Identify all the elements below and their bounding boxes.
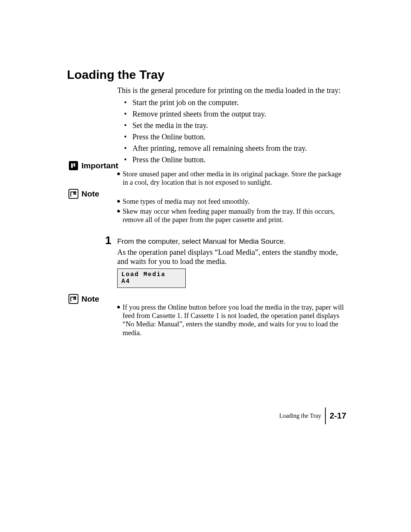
list-item: Start the print job on the computer. — [124, 98, 307, 107]
note-callout: Note — [68, 294, 99, 304]
list-item: Press the Online button. — [124, 133, 307, 141]
footer-title: Loading the Tray — [279, 412, 325, 419]
section-heading: Loading the Tray — [67, 68, 164, 82]
note-icon — [68, 294, 78, 304]
page-footer: Loading the Tray 2-17 — [279, 407, 346, 424]
note-callout: Note — [68, 189, 99, 199]
page-number: 2-17 — [330, 411, 346, 421]
page: Loading the Tray This is the general pro… — [0, 0, 411, 532]
list-item: Set the media in the tray. — [124, 121, 307, 130]
list-item: Skew may occur when feeding paper manual… — [117, 207, 346, 224]
note-icon — [68, 189, 78, 199]
step-title: From the computer, select Manual for Med… — [117, 237, 285, 246]
step-body: As the operation panel displays “Load Me… — [117, 248, 342, 266]
list-item: Some types of media may not feed smoothl… — [117, 197, 346, 206]
important-label-text: Important — [81, 161, 118, 170]
note-items: Some types of media may not feed smoothl… — [117, 197, 346, 226]
list-item: Remove printed sheets from the output tr… — [124, 110, 307, 118]
list-item: After printing, remove all remaining she… — [124, 144, 307, 153]
important-icon — [68, 161, 78, 171]
note-label-text: Note — [81, 294, 99, 304]
list-item: Press the Online button. — [124, 155, 307, 164]
list-item: If you press the Online button before yo… — [117, 303, 346, 337]
list-item: Store unused paper and other media in it… — [117, 170, 346, 187]
important-items: Store unused paper and other media in it… — [117, 170, 346, 188]
intro-text: This is the general procedure for printi… — [117, 86, 341, 95]
important-callout: Important — [68, 161, 118, 171]
note-items: If you press the Online button before yo… — [117, 303, 346, 339]
step-number: 1 — [105, 234, 112, 247]
footer-separator — [325, 407, 326, 424]
procedure-list: Start the print job on the computer. Rem… — [124, 98, 307, 167]
lcd-display: Load Media A4 — [117, 268, 186, 288]
note-label-text: Note — [81, 189, 99, 198]
